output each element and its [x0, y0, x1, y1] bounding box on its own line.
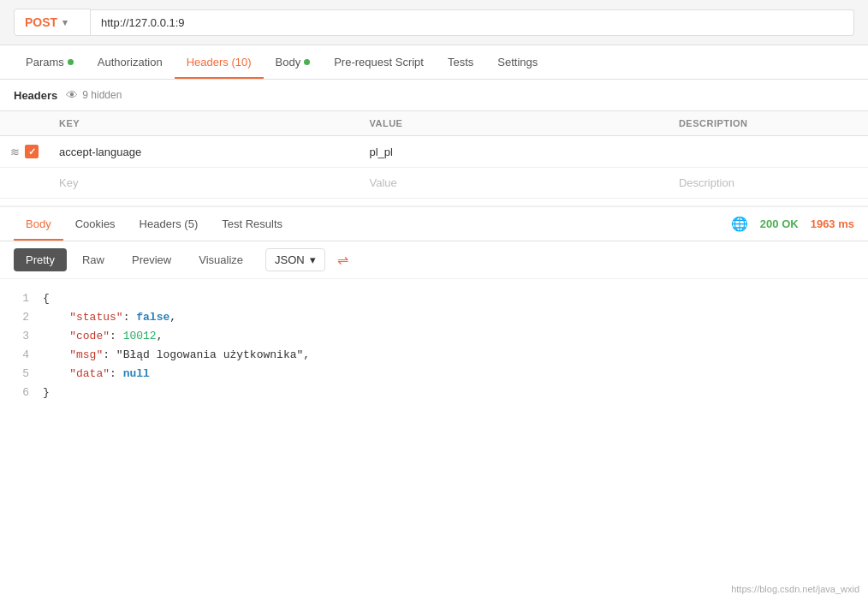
line-num-2: 2 — [0, 308, 43, 327]
tab-tests-label: Tests — [448, 56, 473, 68]
code-line-4: 4 "msg": "Błąd logowania użytkownika", — [0, 346, 868, 365]
line-num-3: 3 — [0, 327, 43, 346]
tab-headers-label: Headers (10) — [187, 56, 252, 68]
key-cell[interactable]: accept-language — [49, 136, 359, 168]
code-line-6: 6 } — [0, 384, 868, 402]
chevron-down-icon: ▾ — [62, 17, 68, 28]
code-line-5: 5 "data": null — [0, 365, 868, 384]
view-controls: Pretty Raw Preview Visualize JSON ▾ ⇌ — [0, 241, 868, 279]
body-dot — [304, 59, 310, 65]
code-line-3: 3 "code": 10012, — [0, 327, 868, 346]
line-num-5: 5 — [0, 365, 43, 384]
desc-cell[interactable] — [669, 136, 868, 168]
tab-authorization[interactable]: Authorization — [86, 45, 175, 79]
url-bar: POST ▾ — [0, 0, 868, 45]
view-btn-raw[interactable]: Raw — [70, 248, 116, 271]
tab-params[interactable]: Params — [14, 45, 86, 79]
wrap-toggle-icon[interactable]: ⇌ — [334, 248, 352, 271]
tab-settings[interactable]: Settings — [485, 45, 550, 79]
desc-placeholder[interactable]: Description — [669, 168, 868, 199]
line-num-4: 4 — [0, 346, 43, 365]
line-num-1: 1 — [0, 289, 43, 308]
response-tab-body-label: Body — [26, 217, 51, 230]
status-time-badge: 1963 ms — [811, 217, 854, 230]
line-content-3: "code": 10012, — [43, 327, 868, 346]
method-selector[interactable]: POST ▾ — [14, 9, 91, 36]
value-cell[interactable]: pl_pl — [359, 136, 668, 168]
table-placeholder-row: Key Value Description — [0, 168, 868, 199]
hidden-count: 9 hidden — [82, 89, 122, 101]
headers-section-label: Headers — [14, 89, 57, 102]
col-actions-header — [0, 111, 49, 136]
format-chevron-icon: ▾ — [310, 253, 316, 266]
params-dot — [68, 59, 74, 65]
row-checkbox[interactable] — [25, 145, 39, 158]
line-content-1: { — [43, 289, 868, 308]
code-view: 1 { 2 "status": false, 3 "code": 10012, … — [0, 279, 868, 414]
line-content-2: "status": false, — [43, 308, 868, 327]
response-tab-body[interactable]: Body — [14, 207, 63, 241]
response-tab-test-results-label: Test Results — [222, 217, 282, 230]
tab-pre-request-label: Pre-request Script — [334, 56, 424, 68]
eye-icon: 👁 — [66, 88, 78, 102]
tab-authorization-label: Authorization — [98, 56, 163, 68]
col-key-header: KEY — [49, 111, 359, 136]
response-tab-headers[interactable]: Headers (5) — [128, 207, 211, 241]
hidden-badge[interactable]: 👁 9 hidden — [66, 88, 122, 102]
filter-icon[interactable]: ≋ — [10, 146, 20, 158]
response-tab-cookies[interactable]: Cookies — [63, 207, 128, 241]
response-tabs: Body Cookies Headers (5) Test Results 🌐 … — [0, 207, 868, 241]
request-tabs: Params Authorization Headers (10) Body P… — [0, 45, 868, 80]
col-desc-header: DESCRIPTION — [669, 111, 868, 136]
response-status: 🌐 200 OK 1963 ms — [731, 216, 854, 232]
view-btn-preview[interactable]: Preview — [120, 248, 183, 271]
response-tab-test-results[interactable]: Test Results — [210, 207, 294, 241]
line-content-4: "msg": "Błąd logowania użytkownika", — [43, 346, 868, 365]
table-row: ≋ accept-language pl_pl — [0, 136, 868, 168]
tab-body[interactable]: Body — [264, 45, 323, 79]
row-controls: ≋ — [10, 145, 39, 158]
line-num-6: 6 — [0, 384, 43, 402]
status-ok-badge: 200 OK — [760, 217, 799, 230]
format-label: JSON — [275, 253, 305, 266]
view-btn-pretty[interactable]: Pretty — [14, 248, 67, 271]
tab-settings-label: Settings — [497, 56, 538, 68]
tab-tests[interactable]: Tests — [436, 45, 485, 79]
tab-pre-request[interactable]: Pre-request Script — [322, 45, 436, 79]
response-tab-cookies-label: Cookies — [75, 217, 116, 230]
headers-section: Headers 👁 9 hidden — [0, 80, 868, 111]
code-line-2: 2 "status": false, — [0, 308, 868, 327]
globe-icon: 🌐 — [731, 216, 748, 232]
value-placeholder[interactable]: Value — [359, 168, 668, 199]
code-line-1: 1 { — [0, 289, 868, 308]
key-placeholder[interactable]: Key — [49, 168, 359, 199]
headers-table: KEY VALUE DESCRIPTION ≋ accept-language … — [0, 111, 868, 199]
tab-headers[interactable]: Headers (10) — [175, 45, 264, 79]
response-tab-headers-label: Headers (5) — [140, 217, 199, 230]
response-section: Body Cookies Headers (5) Test Results 🌐 … — [0, 205, 868, 414]
tab-body-label: Body — [276, 56, 301, 68]
line-content-5: "data": null — [43, 365, 868, 384]
view-btn-visualize[interactable]: Visualize — [187, 248, 255, 271]
tab-params-label: Params — [26, 56, 64, 68]
method-label: POST — [25, 15, 57, 29]
col-value-header: VALUE — [359, 111, 668, 136]
format-selector[interactable]: JSON ▾ — [265, 248, 325, 271]
line-content-6: } — [43, 384, 868, 402]
url-input[interactable] — [91, 9, 854, 36]
